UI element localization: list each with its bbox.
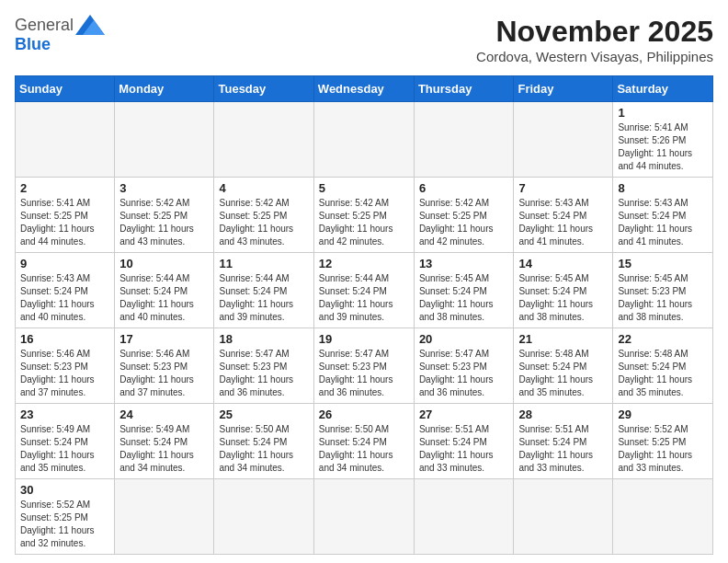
calendar-cell: 19Sunrise: 5:47 AM Sunset: 5:23 PM Dayli…: [313, 328, 414, 404]
calendar-cell: [115, 102, 214, 178]
day-info: Sunrise: 5:41 AM Sunset: 5:26 PM Dayligh…: [618, 121, 708, 173]
day-number: 19: [319, 332, 409, 346]
calendar-cell: 8Sunrise: 5:43 AM Sunset: 5:24 PM Daylig…: [613, 178, 713, 253]
weekday-header-friday: Friday: [514, 76, 613, 102]
calendar-cell: 9Sunrise: 5:43 AM Sunset: 5:24 PM Daylig…: [16, 253, 115, 328]
calendar-cell: [313, 102, 414, 178]
calendar-cell: 1Sunrise: 5:41 AM Sunset: 5:26 PM Daylig…: [613, 102, 713, 178]
calendar-cell: [414, 479, 514, 555]
day-info: Sunrise: 5:50 AM Sunset: 5:24 PM Dayligh…: [219, 423, 308, 475]
calendar-cell: 20Sunrise: 5:47 AM Sunset: 5:23 PM Dayli…: [414, 328, 514, 404]
day-info: Sunrise: 5:52 AM Sunset: 5:25 PM Dayligh…: [20, 499, 109, 550]
weekday-header-sunday: Sunday: [16, 76, 115, 102]
day-info: Sunrise: 5:45 AM Sunset: 5:24 PM Dayligh…: [518, 272, 608, 324]
calendar-cell: 29Sunrise: 5:52 AM Sunset: 5:25 PM Dayli…: [613, 404, 713, 479]
calendar-cell: 30Sunrise: 5:52 AM Sunset: 5:25 PM Dayli…: [16, 479, 115, 555]
day-number: 2: [20, 181, 109, 195]
calendar-cell: 16Sunrise: 5:46 AM Sunset: 5:23 PM Dayli…: [16, 328, 115, 404]
header: General Blue November 2025 Cordova, West…: [15, 15, 713, 64]
day-number: 11: [219, 257, 308, 270]
day-info: Sunrise: 5:48 AM Sunset: 5:24 PM Dayligh…: [518, 348, 608, 399]
weekday-header-monday: Monday: [115, 76, 214, 102]
day-number: 8: [618, 181, 708, 195]
calendar-cell: [115, 479, 214, 555]
title-area: November 2025 Cordova, Western Visayas, …: [476, 15, 713, 64]
calendar-cell: [214, 479, 313, 555]
day-number: 4: [219, 181, 308, 195]
weekday-header-wednesday: Wednesday: [313, 76, 414, 102]
calendar-cell: [613, 479, 713, 555]
day-info: Sunrise: 5:44 AM Sunset: 5:24 PM Dayligh…: [219, 272, 308, 324]
day-info: Sunrise: 5:43 AM Sunset: 5:24 PM Dayligh…: [618, 197, 708, 248]
day-number: 10: [119, 257, 209, 270]
logo-general-text: General: [15, 16, 74, 35]
logo-icon: [75, 15, 105, 35]
calendar-cell: 26Sunrise: 5:50 AM Sunset: 5:24 PM Dayli…: [313, 404, 414, 479]
logo-area: General Blue: [15, 15, 105, 54]
day-info: Sunrise: 5:49 AM Sunset: 5:24 PM Dayligh…: [20, 423, 109, 475]
day-info: Sunrise: 5:42 AM Sunset: 5:25 PM Dayligh…: [419, 197, 509, 248]
logo: General: [15, 15, 105, 35]
calendar-cell: 24Sunrise: 5:49 AM Sunset: 5:24 PM Dayli…: [115, 404, 214, 479]
calendar-cell: 11Sunrise: 5:44 AM Sunset: 5:24 PM Dayli…: [214, 253, 313, 328]
logo-blue-text: Blue: [15, 35, 51, 54]
day-info: Sunrise: 5:51 AM Sunset: 5:24 PM Dayligh…: [419, 423, 509, 475]
day-info: Sunrise: 5:42 AM Sunset: 5:25 PM Dayligh…: [319, 197, 409, 248]
calendar-cell: [414, 102, 514, 178]
day-info: Sunrise: 5:46 AM Sunset: 5:23 PM Dayligh…: [119, 348, 209, 399]
day-number: 25: [219, 408, 308, 421]
calendar-cell: 4Sunrise: 5:42 AM Sunset: 5:25 PM Daylig…: [214, 178, 313, 253]
day-number: 12: [319, 257, 409, 270]
day-info: Sunrise: 5:43 AM Sunset: 5:24 PM Dayligh…: [20, 272, 109, 324]
day-number: 29: [618, 408, 708, 421]
calendar-cell: [514, 102, 613, 178]
calendar-cell: 7Sunrise: 5:43 AM Sunset: 5:24 PM Daylig…: [514, 178, 613, 253]
day-number: 16: [20, 332, 109, 346]
calendar-cell: 2Sunrise: 5:41 AM Sunset: 5:25 PM Daylig…: [16, 178, 115, 253]
calendar-cell: [514, 479, 613, 555]
day-info: Sunrise: 5:42 AM Sunset: 5:25 PM Dayligh…: [219, 197, 308, 248]
day-number: 9: [20, 257, 109, 270]
calendar-cell: 14Sunrise: 5:45 AM Sunset: 5:24 PM Dayli…: [514, 253, 613, 328]
day-number: 3: [119, 181, 209, 195]
day-info: Sunrise: 5:46 AM Sunset: 5:23 PM Dayligh…: [20, 348, 109, 399]
day-number: 20: [419, 332, 509, 346]
day-info: Sunrise: 5:45 AM Sunset: 5:24 PM Dayligh…: [419, 272, 509, 324]
calendar-cell: 10Sunrise: 5:44 AM Sunset: 5:24 PM Dayli…: [115, 253, 214, 328]
calendar-cell: 5Sunrise: 5:42 AM Sunset: 5:25 PM Daylig…: [313, 178, 414, 253]
weekday-header-saturday: Saturday: [613, 76, 713, 102]
calendar-cell: 22Sunrise: 5:48 AM Sunset: 5:24 PM Dayli…: [613, 328, 713, 404]
day-number: 18: [219, 332, 308, 346]
day-info: Sunrise: 5:42 AM Sunset: 5:25 PM Dayligh…: [119, 197, 209, 248]
calendar-cell: 6Sunrise: 5:42 AM Sunset: 5:25 PM Daylig…: [414, 178, 514, 253]
day-number: 23: [20, 408, 109, 421]
day-info: Sunrise: 5:44 AM Sunset: 5:24 PM Dayligh…: [319, 272, 409, 324]
day-info: Sunrise: 5:43 AM Sunset: 5:24 PM Dayligh…: [518, 197, 608, 248]
calendar-cell: 17Sunrise: 5:46 AM Sunset: 5:23 PM Dayli…: [115, 328, 214, 404]
calendar-cell: 23Sunrise: 5:49 AM Sunset: 5:24 PM Dayli…: [16, 404, 115, 479]
day-info: Sunrise: 5:47 AM Sunset: 5:23 PM Dayligh…: [319, 348, 409, 399]
month-title: November 2025: [476, 15, 713, 49]
day-info: Sunrise: 5:51 AM Sunset: 5:24 PM Dayligh…: [518, 423, 608, 475]
day-number: 24: [119, 408, 209, 421]
day-number: 28: [518, 408, 608, 421]
day-number: 17: [119, 332, 209, 346]
calendar-cell: [214, 102, 313, 178]
calendar-cell: 12Sunrise: 5:44 AM Sunset: 5:24 PM Dayli…: [313, 253, 414, 328]
day-number: 26: [319, 408, 409, 421]
day-number: 30: [20, 483, 109, 497]
day-number: 22: [618, 332, 708, 346]
location-title: Cordova, Western Visayas, Philippines: [476, 49, 713, 64]
day-info: Sunrise: 5:49 AM Sunset: 5:24 PM Dayligh…: [119, 423, 209, 475]
calendar-cell: 18Sunrise: 5:47 AM Sunset: 5:23 PM Dayli…: [214, 328, 313, 404]
day-info: Sunrise: 5:45 AM Sunset: 5:23 PM Dayligh…: [618, 272, 708, 324]
day-info: Sunrise: 5:44 AM Sunset: 5:24 PM Dayligh…: [119, 272, 209, 324]
calendar-cell: [313, 479, 414, 555]
day-number: 21: [518, 332, 608, 346]
calendar-cell: 13Sunrise: 5:45 AM Sunset: 5:24 PM Dayli…: [414, 253, 514, 328]
calendar-cell: 15Sunrise: 5:45 AM Sunset: 5:23 PM Dayli…: [613, 253, 713, 328]
calendar-cell: 27Sunrise: 5:51 AM Sunset: 5:24 PM Dayli…: [414, 404, 514, 479]
calendar-cell: 3Sunrise: 5:42 AM Sunset: 5:25 PM Daylig…: [115, 178, 214, 253]
day-info: Sunrise: 5:50 AM Sunset: 5:24 PM Dayligh…: [319, 423, 409, 475]
day-number: 7: [518, 181, 608, 195]
